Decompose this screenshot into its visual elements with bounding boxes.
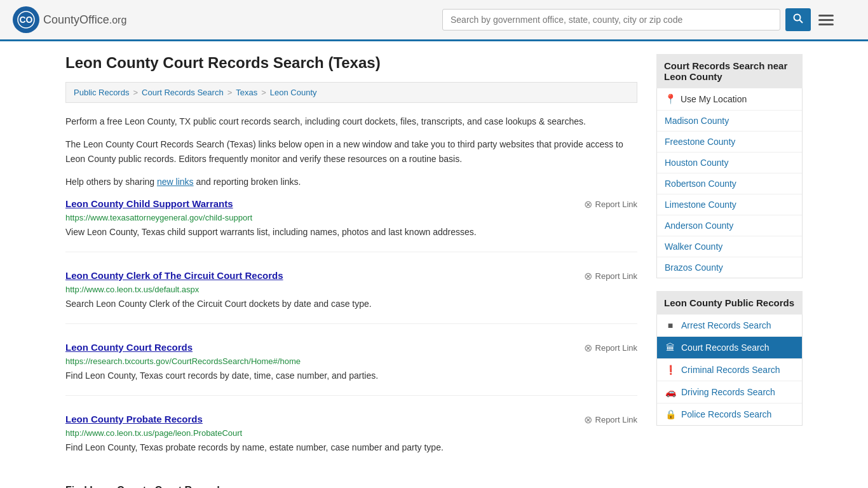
report-icon: ⊗ xyxy=(584,198,592,210)
menu-line xyxy=(818,24,834,25)
svg-text:CO: CO xyxy=(20,15,33,25)
sidebar-item-brazos[interactable]: Brazos County xyxy=(657,257,802,278)
logo-suffix: .org xyxy=(109,15,127,25)
sidebar-item-court[interactable]: 🏛 Court Records Search xyxy=(657,337,802,359)
logo-text: CountyOffice.org xyxy=(43,13,126,27)
result-item: Leon County Court Records ⊗ Report Link … xyxy=(65,342,637,396)
result-desc-4: Find Leon County, Texas probate records … xyxy=(65,441,637,454)
public-records-section: Leon County Public Records ■ Arrest Reco… xyxy=(656,291,803,426)
sidebar-item-arrest[interactable]: ■ Arrest Records Search xyxy=(657,315,802,337)
results-list: Leon County Child Support Warrants ⊗ Rep… xyxy=(65,198,637,467)
sidebar-item-driving[interactable]: 🚗 Driving Records Search xyxy=(657,381,802,403)
menu-line xyxy=(818,19,834,21)
result-title[interactable]: Leon County Clerk of The Circuit Court R… xyxy=(65,270,283,281)
logo-name: CountyOffice xyxy=(43,13,109,26)
desc3-pre: Help others by sharing xyxy=(65,177,157,187)
description-2: The Leon County Court Records Search (Te… xyxy=(65,137,637,166)
desc3-post: and reporting broken links. xyxy=(194,177,301,187)
search-input[interactable] xyxy=(442,9,780,30)
sidebar-item-criminal[interactable]: ❗ Criminal Records Search xyxy=(657,359,802,381)
bc-sep: > xyxy=(227,88,233,97)
menu-line xyxy=(818,15,834,17)
sidebar-item-police[interactable]: 🔒 Police Records Search xyxy=(657,403,802,425)
report-icon: ⊗ xyxy=(584,414,592,426)
sidebar-item-anderson[interactable]: Anderson County xyxy=(657,215,802,236)
result-title[interactable]: Leon County Court Records xyxy=(65,342,193,353)
sidebar-item-freestone[interactable]: Freestone County xyxy=(657,132,802,152)
result-title[interactable]: Leon County Child Support Warrants xyxy=(65,198,233,209)
sidebar: Court Records Search near Leon County 📍 … xyxy=(656,54,803,488)
breadcrumb-texas[interactable]: Texas xyxy=(236,88,257,97)
bc-sep: > xyxy=(261,88,266,97)
report-link-4[interactable]: ⊗ Report Link xyxy=(584,414,637,426)
result-url-1: https://www.texasattorneygeneral.gov/chi… xyxy=(65,213,637,222)
result-desc-2: Search Leon County Clerk of the Circuit … xyxy=(65,297,637,311)
breadcrumb-court-records[interactable]: Court Records Search xyxy=(142,88,224,97)
result-desc-3: Find Leon County, Texas court records by… xyxy=(65,369,637,383)
breadcrumb-public-records[interactable]: Public Records xyxy=(74,88,129,97)
logo-area[interactable]: CO CountyOffice.org xyxy=(13,6,126,33)
result-header: Leon County Child Support Warrants ⊗ Rep… xyxy=(65,198,637,210)
result-item: Leon County Probate Records ⊗ Report Lin… xyxy=(65,414,637,467)
menu-button[interactable] xyxy=(816,12,836,28)
result-header: Leon County Probate Records ⊗ Report Lin… xyxy=(65,414,637,426)
site-header: CO CountyOffice.org xyxy=(0,0,868,41)
new-links-link[interactable]: new links xyxy=(157,177,194,187)
sidebar-item-limestone[interactable]: Limestone County xyxy=(657,194,802,215)
pub-rec-heading: Leon County Public Records xyxy=(656,291,803,315)
main-container: Leon County Court Records Search (Texas)… xyxy=(53,41,815,488)
description-1: Perform a free Leon County, TX public co… xyxy=(65,114,637,128)
result-desc-1: View Leon County, Texas child support wa… xyxy=(65,226,637,239)
result-url-3: https://research.txcourts.gov/CourtRecor… xyxy=(65,356,637,366)
page-title: Leon County Court Records Search (Texas) xyxy=(65,54,637,72)
find-heading: Find Leon County Court Records xyxy=(65,485,637,488)
report-link-1[interactable]: ⊗ Report Link xyxy=(584,198,637,210)
description-3: Help others by sharing new links and rep… xyxy=(65,175,637,189)
svg-point-2 xyxy=(794,15,801,21)
search-button[interactable] xyxy=(785,8,811,31)
result-title[interactable]: Leon County Probate Records xyxy=(65,414,203,424)
svg-line-3 xyxy=(800,20,803,24)
pub-rec-list: ■ Arrest Records Search 🏛 Court Records … xyxy=(656,315,803,426)
result-header: Leon County Clerk of The Circuit Court R… xyxy=(65,270,637,282)
sidebar-item-walker[interactable]: Walker County xyxy=(657,236,802,257)
arrest-icon: ■ xyxy=(665,320,676,331)
sidebar-item-robertson[interactable]: Robertson County xyxy=(657,173,802,194)
report-link-3[interactable]: ⊗ Report Link xyxy=(584,342,637,354)
sidebar-item-houston[interactable]: Houston County xyxy=(657,152,802,173)
nearby-heading: Court Records Search near Leon County xyxy=(656,54,803,88)
logo-icon: CO xyxy=(13,6,39,33)
result-item: Leon County Child Support Warrants ⊗ Rep… xyxy=(65,198,637,252)
criminal-icon: ❗ xyxy=(665,364,676,376)
result-item: Leon County Clerk of The Circuit Court R… xyxy=(65,270,637,324)
content-area: Leon County Court Records Search (Texas)… xyxy=(65,54,637,488)
result-url-4: http://www.co.leon.tx.us/page/leon.Proba… xyxy=(65,428,637,438)
bc-sep: > xyxy=(133,88,138,97)
nearby-section: Court Records Search near Leon County 📍 … xyxy=(656,54,803,278)
police-icon: 🔒 xyxy=(665,409,676,420)
sidebar-item-madison[interactable]: Madison County xyxy=(657,111,802,132)
sidebar-item-use-location[interactable]: 📍 Use My Location xyxy=(657,88,802,111)
driving-icon: 🚗 xyxy=(665,386,676,398)
location-icon: 📍 xyxy=(665,93,677,105)
result-header: Leon County Court Records ⊗ Report Link xyxy=(65,342,637,354)
breadcrumb-leon-county[interactable]: Leon County xyxy=(270,88,317,97)
court-icon: 🏛 xyxy=(665,342,676,353)
report-icon: ⊗ xyxy=(584,270,592,282)
breadcrumb: Public Records > Court Records Search > … xyxy=(65,82,637,103)
search-area xyxy=(442,8,836,31)
nearby-list: 📍 Use My Location Madison County Freesto… xyxy=(656,88,803,278)
report-icon: ⊗ xyxy=(584,342,592,354)
result-url-2: http://www.co.leon.tx.us/default.aspx xyxy=(65,285,637,294)
report-link-2[interactable]: ⊗ Report Link xyxy=(584,270,637,282)
